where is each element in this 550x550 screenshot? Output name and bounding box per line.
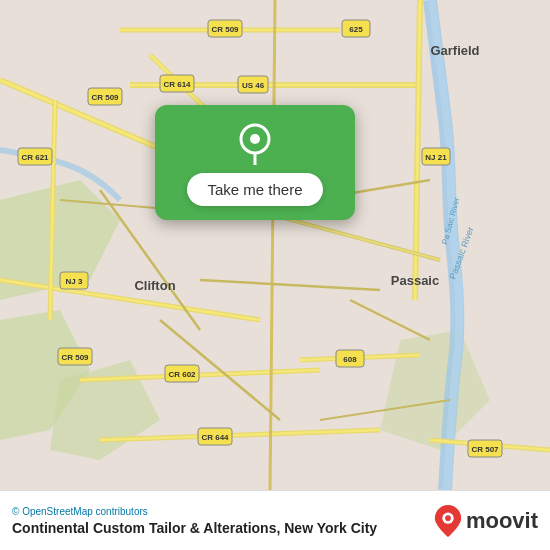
svg-text:608: 608: [343, 355, 357, 364]
bottom-bar: © OpenStreetMap contributors Continental…: [0, 490, 550, 550]
svg-text:CR 509: CR 509: [61, 353, 89, 362]
svg-text:CR 507: CR 507: [471, 445, 499, 454]
svg-text:Passaic: Passaic: [391, 273, 439, 288]
location-pin-icon: [233, 121, 277, 165]
svg-text:CR 644: CR 644: [201, 433, 229, 442]
svg-text:Clifton: Clifton: [134, 278, 175, 293]
svg-text:CR 614: CR 614: [163, 80, 191, 89]
svg-text:Garfield: Garfield: [430, 43, 479, 58]
moovit-pin-icon: [434, 505, 462, 537]
svg-text:US 46: US 46: [242, 81, 265, 90]
bottom-text-block: © OpenStreetMap contributors Continental…: [12, 506, 434, 536]
svg-point-72: [445, 515, 451, 521]
svg-text:CR 602: CR 602: [168, 370, 196, 379]
popup-card: Take me there: [155, 105, 355, 220]
svg-point-69: [250, 134, 260, 144]
moovit-label: moovit: [466, 508, 538, 534]
osm-credit: © OpenStreetMap contributors: [12, 506, 434, 517]
osm-link[interactable]: OpenStreetMap contributors: [22, 506, 148, 517]
map-container: CR 509 CR 509 US 46 625 CR 614 CR 621 NJ…: [0, 0, 550, 490]
svg-text:NJ 3: NJ 3: [66, 277, 83, 286]
svg-text:CR 509: CR 509: [91, 93, 119, 102]
svg-text:CR 509: CR 509: [211, 25, 239, 34]
svg-text:CR 621: CR 621: [21, 153, 49, 162]
moovit-logo: moovit: [434, 505, 538, 537]
location-title: Continental Custom Tailor & Alterations,…: [12, 520, 434, 536]
svg-text:NJ 21: NJ 21: [425, 153, 447, 162]
take-me-there-button[interactable]: Take me there: [187, 173, 322, 206]
map-svg: CR 509 CR 509 US 46 625 CR 614 CR 621 NJ…: [0, 0, 550, 490]
svg-text:625: 625: [349, 25, 363, 34]
